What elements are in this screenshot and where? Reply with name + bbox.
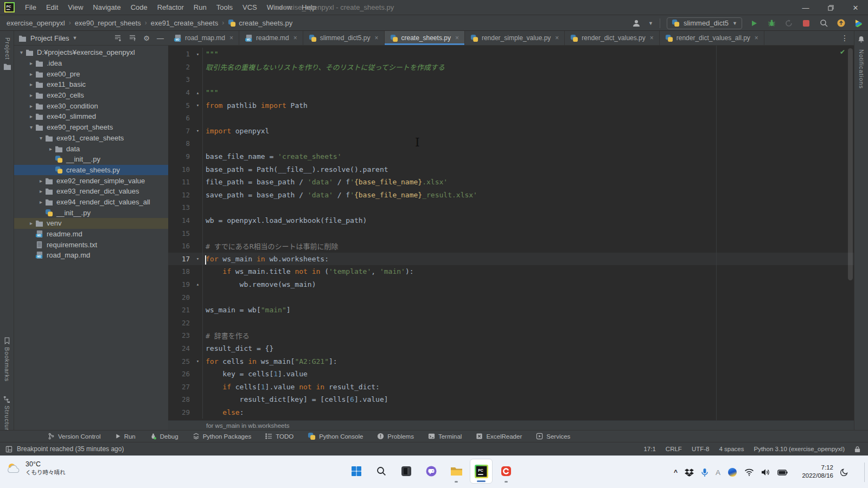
line-number[interactable]: 11 — [168, 178, 193, 186]
code-line[interactable]: 6 — [168, 112, 854, 125]
code-line[interactable]: 25▾for cells in ws_main["A2:G21"]: — [168, 355, 854, 368]
taskbar-explorer-icon[interactable] — [445, 459, 468, 484]
line-number[interactable]: 20 — [168, 293, 193, 301]
editor-scrollbar[interactable] — [848, 48, 853, 280]
fold-marker-icon[interactable]: ▴ — [193, 278, 203, 291]
run-configuration-select[interactable]: slimmed_dict5 ▼ — [667, 17, 742, 29]
code-line[interactable]: 23# 辞書を作る — [168, 329, 854, 342]
fold-marker-icon[interactable]: ▴ — [193, 86, 203, 99]
code-line[interactable]: 20 — [168, 291, 854, 304]
code-line[interactable]: 8 — [168, 137, 854, 150]
code-line[interactable]: 21ws_main = wb["main"] — [168, 304, 854, 317]
tab-slimmed_dict5-py[interactable]: slimmed_dict5.py× — [303, 31, 385, 45]
chevron-down-icon[interactable]: ▼ — [73, 35, 78, 41]
toolwindow-debug[interactable]: Debug — [150, 433, 178, 440]
tab-render_simple_value-py[interactable]: render_simple_value.py× — [465, 31, 565, 45]
collapse-all-icon[interactable] — [129, 34, 136, 42]
status-file-encoding[interactable]: UTF-8 — [692, 446, 710, 452]
close-button[interactable]: ✕ — [843, 0, 868, 15]
tree-item[interactable]: __init__.py — [14, 154, 168, 165]
expand-all-icon[interactable] — [114, 34, 122, 42]
line-number[interactable]: 5 — [168, 101, 193, 110]
tree-expand-arrow[interactable]: ▾ — [17, 49, 25, 55]
notifications-bell-icon[interactable] — [857, 35, 865, 43]
close-icon[interactable]: × — [455, 34, 459, 42]
fold-marker-icon[interactable]: ▾ — [193, 253, 203, 266]
tool-stripe-project[interactable]: Project — [3, 37, 11, 70]
settings-gear-icon[interactable]: ⚙ — [143, 34, 150, 42]
close-icon[interactable]: × — [374, 34, 378, 42]
line-number[interactable]: 13 — [168, 203, 193, 211]
run-button[interactable] — [749, 17, 760, 29]
tree-expand-arrow[interactable]: ▸ — [27, 81, 35, 87]
line-number[interactable]: 9 — [168, 152, 193, 160]
code-line[interactable]: 5▾from pathlib import Path — [168, 99, 854, 112]
status-indent-style[interactable]: 4 spaces — [719, 446, 744, 452]
toolwindow-python-console[interactable]: Python Console — [308, 432, 363, 440]
line-number[interactable]: 22 — [168, 319, 193, 327]
breadcrumb-item[interactable]: exe91_create_sheets — [151, 19, 218, 27]
line-number[interactable]: 16 — [168, 242, 193, 250]
tree-expand-arrow[interactable]: ▸ — [37, 199, 45, 205]
tab-readme-md[interactable]: MDreadme.md× — [239, 31, 303, 45]
tree-item[interactable]: ▾exe91_create_sheets — [14, 133, 168, 144]
tree-item[interactable]: __init__.py — [14, 207, 168, 218]
tree-expand-arrow[interactable]: ▸ — [27, 103, 35, 109]
tray-battery-icon[interactable] — [777, 470, 788, 476]
line-number[interactable]: 25 — [168, 357, 193, 365]
run-with-coverage-icon[interactable] — [783, 17, 794, 29]
toolwindow-todo[interactable]: TODO — [265, 433, 293, 440]
tree-expand-arrow[interactable]: ▸ — [27, 220, 35, 226]
line-number[interactable]: 29 — [168, 408, 193, 416]
line-number[interactable]: 17 — [168, 255, 193, 263]
line-number[interactable]: 21 — [168, 306, 193, 314]
code-line[interactable]: 9base_file_name = 'create_sheets' — [168, 150, 854, 163]
toolbox-icon[interactable] — [853, 17, 864, 29]
menu-code[interactable]: Code — [126, 0, 152, 15]
tree-item[interactable]: ▾exe90_report_sheets — [14, 122, 168, 133]
code-line[interactable]: 11file_path = base_path / 'data' / f'{ba… — [168, 176, 854, 189]
code-line[interactable]: 29 else: — [168, 406, 854, 419]
menu-tools[interactable]: Tools — [212, 0, 238, 15]
code-line[interactable]: 22 — [168, 316, 854, 329]
ide-update-icon[interactable] — [835, 17, 846, 29]
user-profile-icon[interactable] — [631, 17, 642, 29]
tree-item[interactable]: ▸exe40_slimmed — [14, 111, 168, 122]
tree-item[interactable]: ▸exe93_render_dict_values — [14, 186, 168, 197]
lock-icon[interactable] — [854, 446, 860, 453]
code-line[interactable]: 15 — [168, 227, 854, 240]
tree-item[interactable]: requirements.txt — [14, 239, 168, 250]
debug-button[interactable] — [766, 17, 777, 29]
tree-item[interactable]: ▸exe92_render_simple_value — [14, 175, 168, 186]
code-line[interactable]: 2取引先名の重複しないリストを作り、そのリストに従ってシートを作成する — [168, 61, 854, 74]
tree-item[interactable]: ▸exe20_cells — [14, 90, 168, 101]
line-number[interactable]: 6 — [168, 114, 193, 122]
line-number[interactable]: 3 — [168, 75, 193, 84]
tab-render_dict_values_all-py[interactable]: render_dict_values_all.py× — [660, 31, 764, 45]
tree-item[interactable]: ▾D:¥projects¥exercise_openpyxl — [14, 47, 168, 58]
taskbar-start-icon[interactable] — [345, 459, 368, 484]
line-number[interactable]: 24 — [168, 344, 193, 352]
tool-stripe-bookmarks[interactable]: Bookmarks — [4, 337, 10, 382]
line-number[interactable]: 18 — [168, 267, 193, 275]
tree-expand-arrow[interactable]: ▸ — [37, 188, 45, 194]
tree-expand-arrow[interactable]: ▸ — [47, 146, 55, 152]
line-number[interactable]: 7 — [168, 127, 193, 135]
breadcrumb-item[interactable]: exe90_report_sheets — [75, 19, 141, 27]
close-icon[interactable]: × — [650, 34, 654, 42]
tree-item[interactable]: ▸venv — [14, 218, 168, 229]
tab-render_dict_values-py[interactable]: render_dict_values.py× — [565, 31, 659, 45]
line-number[interactable]: 15 — [168, 229, 193, 237]
tree-expand-arrow[interactable]: ▸ — [27, 113, 35, 119]
inspections-ok-icon[interactable]: ✔ — [840, 48, 845, 56]
fold-marker-icon[interactable]: ▾ — [193, 355, 203, 368]
tree-item[interactable]: ▸exe00_pre — [14, 68, 168, 79]
project-view-mode[interactable]: Project Files — [30, 34, 69, 42]
tree-expand-arrow[interactable]: ▸ — [37, 178, 45, 184]
menu-view[interactable]: View — [63, 0, 88, 15]
show-desktop-divider[interactable] — [864, 463, 865, 482]
close-icon[interactable]: × — [293, 34, 297, 42]
focus-assist-moon-icon[interactable] — [840, 468, 848, 477]
tray-chevron-up-icon[interactable]: ^ — [674, 468, 678, 476]
layout-grid-icon[interactable] — [5, 446, 12, 453]
